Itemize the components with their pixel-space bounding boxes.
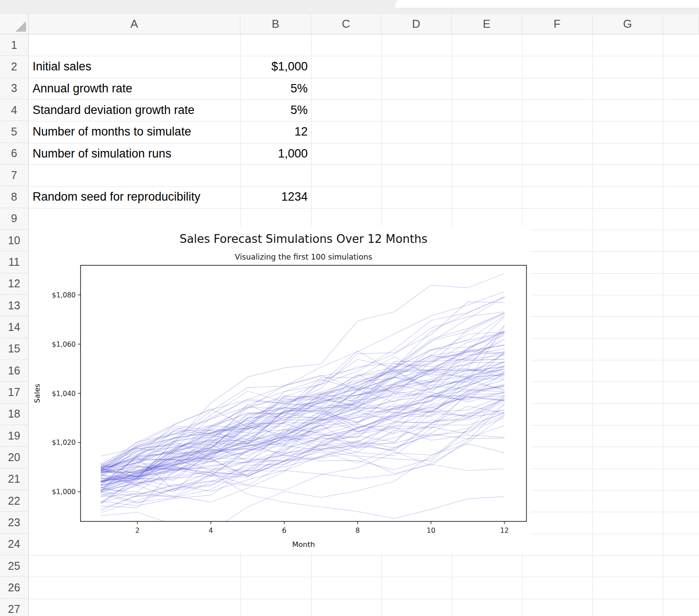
chart-plot: 24681012$1,000$1,020$1,040$1,060$1,080Mo… (29, 226, 531, 553)
svg-text:8: 8 (356, 527, 360, 535)
row-header-11[interactable]: 11 (0, 251, 29, 273)
column-header-F[interactable]: F (522, 14, 592, 34)
row-header-23[interactable]: 23 (0, 512, 29, 533)
cell-B5[interactable]: 12 (240, 121, 311, 143)
floating-panel-corner (395, 0, 699, 8)
row-header-20[interactable]: 20 (0, 447, 29, 468)
cell-A2[interactable]: Initial sales (29, 56, 240, 77)
cell-A5[interactable]: Number of months to simulate (29, 121, 240, 143)
row-header-2[interactable]: 2 (0, 56, 29, 77)
gridline-horizontal (29, 599, 699, 599)
cell-B2[interactable]: $1,000 (240, 56, 311, 77)
row-header-10[interactable]: 10 (0, 230, 29, 251)
column-header-D[interactable]: D (381, 14, 452, 34)
row-header-3[interactable]: 3 (0, 78, 29, 99)
svg-text:2: 2 (135, 527, 140, 535)
row-header-13[interactable]: 13 (0, 295, 29, 316)
row-header-1[interactable]: 1 (0, 34, 29, 56)
cell-A6[interactable]: Number of simulation runs (29, 143, 240, 165)
column-header-E[interactable]: E (452, 14, 522, 34)
gridline-horizontal (29, 208, 699, 209)
row-header-25[interactable]: 25 (0, 555, 29, 577)
row-header-8[interactable]: 8 (0, 186, 29, 208)
svg-text:$1,040: $1,040 (52, 390, 76, 398)
svg-text:6: 6 (282, 527, 287, 535)
row-header-27[interactable]: 27 (0, 599, 29, 616)
simulation-lines (101, 274, 504, 532)
row-header-17[interactable]: 17 (0, 381, 29, 403)
gridline-horizontal (29, 555, 699, 556)
select-all-corner[interactable] (0, 14, 29, 34)
cell-B3[interactable]: 5% (240, 78, 311, 99)
row-header-16[interactable]: 16 (0, 360, 29, 381)
row-header-24[interactable]: 24 (0, 534, 29, 555)
svg-text:Month: Month (292, 540, 315, 549)
row-header-18[interactable]: 18 (0, 403, 29, 425)
svg-text:$1,060: $1,060 (52, 341, 76, 348)
row-header-21[interactable]: 21 (0, 469, 29, 490)
gridline-horizontal (29, 165, 699, 165)
svg-text:12: 12 (500, 527, 509, 535)
column-header-C[interactable]: C (311, 14, 381, 34)
svg-text:$1,020: $1,020 (52, 439, 76, 447)
row-header-19[interactable]: 19 (0, 425, 29, 447)
select-all-triangle-icon (15, 21, 26, 32)
svg-text:10: 10 (427, 527, 435, 535)
row-header-4[interactable]: 4 (0, 99, 29, 121)
svg-text:$1,000: $1,000 (52, 488, 76, 496)
row-header-22[interactable]: 22 (0, 490, 29, 512)
cell-A3[interactable]: Annual growth rate (29, 78, 240, 99)
row-header-9[interactable]: 9 (0, 208, 29, 230)
row-header-14[interactable]: 14 (0, 316, 29, 338)
row-header-7[interactable]: 7 (0, 165, 29, 186)
row-header-5[interactable]: 5 (0, 121, 29, 143)
column-header-partial[interactable] (663, 14, 699, 34)
row-header-26[interactable]: 26 (0, 577, 29, 598)
cell-A4[interactable]: Standard deviation growth rate (29, 99, 240, 121)
svg-text:4: 4 (209, 527, 213, 535)
cell-B6[interactable]: 1,000 (240, 143, 311, 165)
embedded-chart[interactable]: Sales Forecast Simulations Over 12 Month… (29, 226, 531, 553)
svg-text:Sales: Sales (33, 384, 41, 403)
cell-A8[interactable]: Random seed for reproducibility (29, 186, 240, 208)
cell-B8[interactable]: 1234 (240, 186, 311, 208)
column-header-G[interactable]: G (592, 14, 663, 34)
gridline-horizontal (29, 577, 699, 577)
column-header-A[interactable]: A (29, 14, 240, 34)
row-header-15[interactable]: 15 (0, 338, 29, 360)
svg-text:$1,080: $1,080 (52, 291, 76, 299)
row-header-6[interactable]: 6 (0, 143, 29, 165)
column-header-B[interactable]: B (240, 14, 311, 34)
top-strip (0, 0, 699, 14)
cell-B4[interactable]: 5% (240, 99, 311, 121)
row-header-12[interactable]: 12 (0, 273, 29, 295)
